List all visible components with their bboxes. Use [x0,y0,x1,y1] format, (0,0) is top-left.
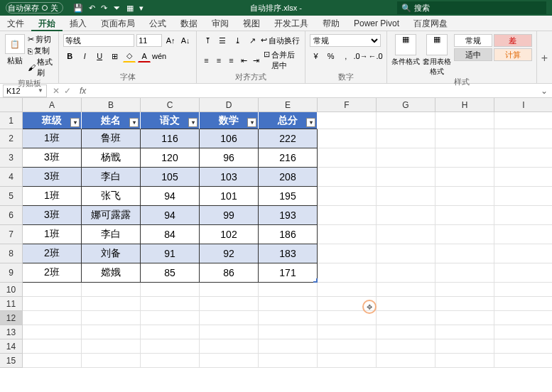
cell-H1[interactable] [435,112,494,129]
col-header-D[interactable]: D [200,98,259,112]
cell-F15[interactable] [318,354,377,368]
cell-G2[interactable] [377,129,435,148]
search-box[interactable]: 🔍 搜索 [397,1,546,14]
cell-E5[interactable]: 195 [259,187,318,206]
tab-Power Pivot[interactable]: Power Pivot [347,16,406,31]
cell-I11[interactable] [494,297,552,311]
filter-button[interactable]: ▾ [129,118,139,127]
phonetic-button[interactable]: wén [153,50,166,62]
cell-A4[interactable]: 3班 [23,168,82,187]
cell-D7[interactable]: 102 [200,225,259,244]
cell-G15[interactable] [377,354,435,368]
font-color-button[interactable]: A [138,50,151,62]
tab-百度网盘[interactable]: 百度网盘 [406,16,455,31]
row-header-1[interactable]: 1 [0,112,23,129]
percent-icon[interactable]: % [325,50,337,62]
tab-视图[interactable]: 视图 [236,16,267,31]
cell-I10[interactable] [494,283,552,297]
tab-文件[interactable]: 文件 [0,16,31,31]
cell-E11[interactable] [259,297,318,311]
row-header-5[interactable]: 5 [0,187,23,206]
increase-font-icon[interactable]: A↑ [164,34,177,47]
cell-H3[interactable] [435,148,494,168]
cell-D2[interactable]: 106 [200,129,259,148]
filter-icon[interactable]: ⏷ [113,4,121,13]
cell-I9[interactable] [494,263,552,283]
cell-F10[interactable] [318,283,377,297]
cell-I6[interactable] [494,206,552,225]
row-header-6[interactable]: 6 [0,206,23,225]
row-header-8[interactable]: 8 [0,244,23,263]
cell-F4[interactable] [318,168,377,187]
cell-I5[interactable] [494,187,552,206]
tab-开发工具[interactable]: 开发工具 [267,16,315,31]
cell-H5[interactable] [435,187,494,206]
row-header-15[interactable]: 15 [0,354,23,368]
cell-G6[interactable] [377,206,435,225]
cell-B6[interactable]: 娜可露露 [82,206,141,225]
cell-I15[interactable] [494,354,552,368]
cell-F3[interactable] [318,148,377,168]
cell-I7[interactable] [494,225,552,244]
cell-F9[interactable] [318,263,377,283]
cell-D13[interactable] [200,325,259,339]
expand-formula-bar-icon[interactable]: ⌄ [536,86,552,96]
fx-icon[interactable]: fx [77,86,89,96]
cell-E3[interactable]: 216 [259,148,318,168]
cell-A14[interactable] [23,339,82,354]
copy-button[interactable]: ⎘复制 [28,45,54,56]
cell-I14[interactable] [494,339,552,354]
cell-C14[interactable] [141,339,200,354]
cell-G5[interactable] [377,187,435,206]
paste-button[interactable]: 📋 粘贴 [4,34,25,78]
redo-icon[interactable]: ↷ [101,4,107,13]
row-header-7[interactable]: 7 [0,225,23,244]
align-middle-icon[interactable]: ☰ [216,34,229,47]
cell-E4[interactable]: 208 [259,168,318,187]
cells-area[interactable]: 班级▾姓名▾语文▾数学▾总分▾1班鲁班1161062223班杨戬12096216… [23,112,552,368]
tab-数据[interactable]: 数据 [173,16,205,31]
more-icon[interactable]: ▾ [139,4,144,13]
row-header-13[interactable]: 13 [0,325,23,339]
cell-F8[interactable] [318,244,377,263]
cell-D11[interactable] [200,297,259,311]
tab-审阅[interactable]: 审阅 [205,16,236,31]
filter-button[interactable]: ▾ [188,118,197,127]
fill-color-button[interactable]: ◇ [123,50,136,62]
spreadsheet-grid[interactable]: ABCDEFGHI 123456789101112131415 班级▾姓名▾语文… [0,98,552,392]
align-left-icon[interactable]: ≡ [201,54,212,67]
cell-F6[interactable] [318,206,377,225]
cell-G14[interactable] [377,339,435,354]
row-header-12[interactable]: 12 [0,311,23,325]
cell-A6[interactable]: 3班 [23,206,82,225]
tab-帮助[interactable]: 帮助 [315,16,347,31]
cell-C15[interactable] [141,354,200,368]
italic-button[interactable]: I [78,50,91,62]
cell-C1[interactable]: 语文▾ [141,112,200,129]
table-resize-handle[interactable] [313,278,318,283]
style-chip-selected[interactable]: 适中 [454,48,492,61]
cell-I12[interactable] [494,311,552,325]
cell-C5[interactable]: 94 [141,187,200,206]
filter-button[interactable]: ▾ [70,118,80,127]
cell-C4[interactable]: 105 [141,168,200,187]
align-right-icon[interactable]: ≡ [226,54,237,67]
cell-E12[interactable] [259,311,318,325]
cell-H4[interactable] [435,168,494,187]
cell-D8[interactable]: 92 [200,244,259,263]
cell-H2[interactable] [435,129,494,148]
enter-icon[interactable]: ✓ [64,86,71,96]
cell-B7[interactable]: 李白 [82,225,141,244]
border-button[interactable]: ⊞ [108,50,121,62]
cell-I3[interactable] [494,148,552,168]
row-header-9[interactable]: 9 [0,263,23,283]
cell-C11[interactable] [141,297,200,311]
cell-H10[interactable] [435,283,494,297]
cell-B8[interactable]: 刘备 [82,244,141,263]
cell-B14[interactable] [82,339,141,354]
bold-button[interactable]: B [63,50,76,62]
cell-A13[interactable] [23,325,82,339]
cell-E15[interactable] [259,354,318,368]
cell-B3[interactable]: 杨戬 [82,148,141,168]
col-header-C[interactable]: C [141,98,200,112]
